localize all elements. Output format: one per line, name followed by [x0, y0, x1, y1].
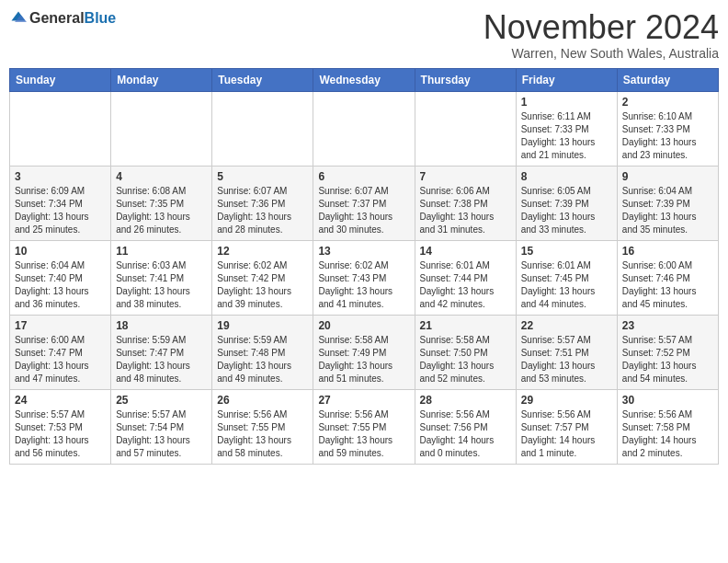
day-info: Sunrise: 5:58 AM Sunset: 7:49 PM Dayligh…: [318, 334, 409, 385]
day-number: 8: [521, 170, 612, 183]
day-info: Sunrise: 5:56 AM Sunset: 7:57 PM Dayligh…: [521, 408, 612, 460]
day-info: Sunrise: 5:56 AM Sunset: 7:55 PM Dayligh…: [217, 408, 308, 460]
day-cell: 18Sunrise: 5:59 AM Sunset: 7:47 PM Dayli…: [111, 315, 212, 389]
day-info: Sunrise: 5:57 AM Sunset: 7:51 PM Dayligh…: [521, 334, 612, 385]
page-header: GeneralBlue November 2024 Warren, New So…: [9, 9, 719, 61]
day-cell: 12Sunrise: 6:02 AM Sunset: 7:42 PM Dayli…: [212, 240, 313, 315]
logo-text: GeneralBlue: [29, 9, 116, 27]
day-info: Sunrise: 6:10 AM Sunset: 7:33 PM Dayligh…: [622, 110, 713, 162]
day-cell: 4Sunrise: 6:08 AM Sunset: 7:35 PM Daylig…: [111, 166, 212, 240]
day-info: Sunrise: 6:03 AM Sunset: 7:41 PM Dayligh…: [116, 259, 207, 311]
day-cell: [415, 91, 516, 166]
weekday-header-friday: Friday: [516, 68, 617, 91]
day-number: 3: [15, 170, 106, 183]
day-info: Sunrise: 6:04 AM Sunset: 7:40 PM Dayligh…: [15, 259, 106, 311]
day-cell: 7Sunrise: 6:06 AM Sunset: 7:38 PM Daylig…: [415, 166, 516, 240]
day-number: 18: [116, 319, 207, 332]
weekday-header-sunday: Sunday: [10, 68, 111, 91]
day-info: Sunrise: 5:57 AM Sunset: 7:54 PM Dayligh…: [116, 408, 207, 460]
week-row-4: 17Sunrise: 6:00 AM Sunset: 7:47 PM Dayli…: [10, 315, 719, 389]
day-info: Sunrise: 6:09 AM Sunset: 7:34 PM Dayligh…: [15, 185, 106, 236]
day-number: 26: [217, 394, 308, 407]
day-number: 5: [217, 170, 308, 183]
day-cell: 21Sunrise: 5:58 AM Sunset: 7:50 PM Dayli…: [415, 315, 516, 389]
day-info: Sunrise: 6:05 AM Sunset: 7:39 PM Dayligh…: [521, 185, 612, 236]
day-cell: [313, 91, 415, 166]
week-row-1: 1Sunrise: 6:11 AM Sunset: 7:33 PM Daylig…: [10, 91, 719, 166]
calendar: SundayMondayTuesdayWednesdayThursdayFrid…: [9, 68, 719, 465]
day-info: Sunrise: 5:59 AM Sunset: 7:48 PM Dayligh…: [217, 334, 308, 385]
day-number: 22: [521, 319, 612, 332]
logo-blue: Blue: [85, 10, 117, 26]
day-cell: 30Sunrise: 5:56 AM Sunset: 7:58 PM Dayli…: [617, 389, 718, 464]
day-cell: 14Sunrise: 6:01 AM Sunset: 7:44 PM Dayli…: [415, 240, 516, 315]
day-number: 19: [217, 319, 308, 332]
day-info: Sunrise: 6:04 AM Sunset: 7:39 PM Dayligh…: [622, 185, 713, 236]
day-number: 27: [318, 394, 409, 407]
day-number: 21: [420, 319, 511, 332]
day-info: Sunrise: 6:07 AM Sunset: 7:37 PM Dayligh…: [318, 185, 409, 236]
day-cell: 10Sunrise: 6:04 AM Sunset: 7:40 PM Dayli…: [10, 240, 111, 315]
day-cell: 29Sunrise: 5:56 AM Sunset: 7:57 PM Dayli…: [516, 389, 617, 464]
day-number: 17: [15, 319, 106, 332]
logo: GeneralBlue: [9, 9, 116, 28]
day-number: 29: [521, 394, 612, 407]
day-info: Sunrise: 6:07 AM Sunset: 7:36 PM Dayligh…: [217, 185, 308, 236]
day-number: 20: [318, 319, 409, 332]
weekday-header-row: SundayMondayTuesdayWednesdayThursdayFrid…: [10, 68, 719, 91]
day-number: 10: [15, 245, 106, 258]
day-info: Sunrise: 5:56 AM Sunset: 7:58 PM Dayligh…: [622, 408, 713, 460]
day-cell: 26Sunrise: 5:56 AM Sunset: 7:55 PM Dayli…: [212, 389, 313, 464]
day-cell: 2Sunrise: 6:10 AM Sunset: 7:33 PM Daylig…: [617, 91, 718, 166]
day-info: Sunrise: 6:11 AM Sunset: 7:33 PM Dayligh…: [521, 110, 612, 162]
day-cell: 27Sunrise: 5:56 AM Sunset: 7:55 PM Dayli…: [313, 389, 415, 464]
day-info: Sunrise: 5:59 AM Sunset: 7:47 PM Dayligh…: [116, 334, 207, 385]
day-info: Sunrise: 5:58 AM Sunset: 7:50 PM Dayligh…: [420, 334, 511, 385]
day-number: 1: [521, 96, 612, 109]
weekday-header-saturday: Saturday: [617, 68, 718, 91]
day-cell: 3Sunrise: 6:09 AM Sunset: 7:34 PM Daylig…: [10, 166, 111, 240]
calendar-body: 1Sunrise: 6:11 AM Sunset: 7:33 PM Daylig…: [10, 91, 719, 464]
day-number: 28: [420, 394, 511, 407]
day-cell: 8Sunrise: 6:05 AM Sunset: 7:39 PM Daylig…: [516, 166, 617, 240]
day-info: Sunrise: 5:57 AM Sunset: 7:53 PM Dayligh…: [15, 408, 106, 460]
week-row-3: 10Sunrise: 6:04 AM Sunset: 7:40 PM Dayli…: [10, 240, 719, 315]
day-number: 16: [622, 245, 713, 258]
day-cell: 28Sunrise: 5:56 AM Sunset: 7:56 PM Dayli…: [415, 389, 516, 464]
day-number: 14: [420, 245, 511, 258]
day-number: 4: [116, 170, 207, 183]
weekday-header-wednesday: Wednesday: [313, 68, 415, 91]
day-cell: 17Sunrise: 6:00 AM Sunset: 7:47 PM Dayli…: [10, 315, 111, 389]
weekday-header-thursday: Thursday: [415, 68, 516, 91]
day-number: 15: [521, 245, 612, 258]
day-cell: [111, 91, 212, 166]
day-cell: 16Sunrise: 6:00 AM Sunset: 7:46 PM Dayli…: [617, 240, 718, 315]
day-number: 12: [217, 245, 308, 258]
day-cell: 19Sunrise: 5:59 AM Sunset: 7:48 PM Dayli…: [212, 315, 313, 389]
day-info: Sunrise: 6:06 AM Sunset: 7:38 PM Dayligh…: [420, 185, 511, 236]
day-cell: 6Sunrise: 6:07 AM Sunset: 7:37 PM Daylig…: [313, 166, 415, 240]
day-number: 9: [622, 170, 713, 183]
day-info: Sunrise: 5:57 AM Sunset: 7:52 PM Dayligh…: [622, 334, 713, 385]
day-cell: 25Sunrise: 5:57 AM Sunset: 7:54 PM Dayli…: [111, 389, 212, 464]
day-number: 11: [116, 245, 207, 258]
weekday-header-monday: Monday: [111, 68, 212, 91]
logo-general: General: [29, 10, 85, 26]
calendar-header: SundayMondayTuesdayWednesdayThursdayFrid…: [10, 68, 719, 91]
week-row-5: 24Sunrise: 5:57 AM Sunset: 7:53 PM Dayli…: [10, 389, 719, 464]
day-cell: 23Sunrise: 5:57 AM Sunset: 7:52 PM Dayli…: [617, 315, 718, 389]
day-number: 6: [318, 170, 409, 183]
day-cell: 13Sunrise: 6:02 AM Sunset: 7:43 PM Dayli…: [313, 240, 415, 315]
day-cell: 9Sunrise: 6:04 AM Sunset: 7:39 PM Daylig…: [617, 166, 718, 240]
logo-icon: [9, 9, 28, 28]
month-title: November 2024: [483, 9, 719, 46]
day-number: 23: [622, 319, 713, 332]
location: Warren, New South Wales, Australia: [483, 46, 719, 61]
day-info: Sunrise: 6:08 AM Sunset: 7:35 PM Dayligh…: [116, 185, 207, 236]
day-info: Sunrise: 5:56 AM Sunset: 7:55 PM Dayligh…: [318, 408, 409, 460]
day-cell: 5Sunrise: 6:07 AM Sunset: 7:36 PM Daylig…: [212, 166, 313, 240]
day-info: Sunrise: 6:00 AM Sunset: 7:46 PM Dayligh…: [622, 259, 713, 311]
day-info: Sunrise: 5:56 AM Sunset: 7:56 PM Dayligh…: [420, 408, 511, 460]
day-cell: 22Sunrise: 5:57 AM Sunset: 7:51 PM Dayli…: [516, 315, 617, 389]
day-cell: 24Sunrise: 5:57 AM Sunset: 7:53 PM Dayli…: [10, 389, 111, 464]
